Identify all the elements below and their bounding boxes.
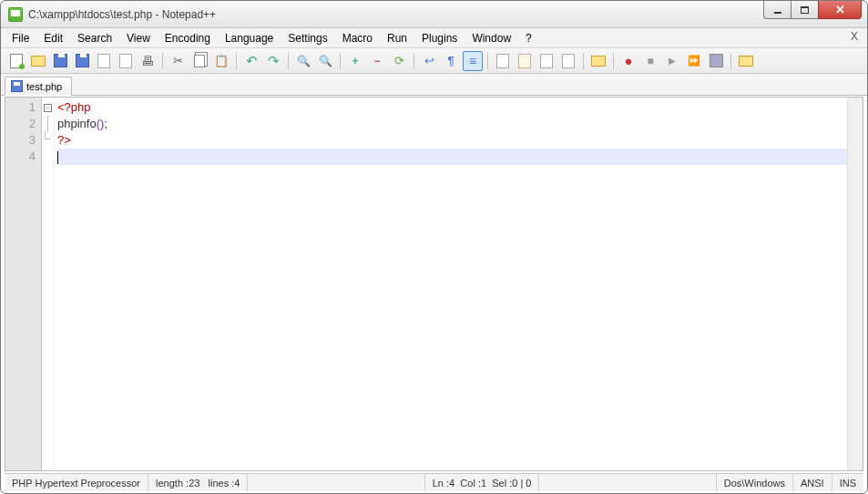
- paste-button[interactable]: [211, 51, 231, 71]
- toolbar-separator: [613, 53, 614, 69]
- line-number-gutter: 1234: [5, 98, 42, 470]
- toolbar-separator: [162, 53, 163, 69]
- cut-button[interactable]: [168, 51, 188, 71]
- indent-guide-button[interactable]: [463, 51, 483, 71]
- menu-macro[interactable]: Macro: [335, 30, 380, 46]
- status-language: PHP Hypertext Preprocessor: [5, 474, 148, 491]
- status-sel-value: 0 | 0: [512, 478, 531, 489]
- file-saved-icon: [11, 80, 23, 92]
- copy-button[interactable]: [189, 51, 209, 71]
- save-all-button[interactable]: [72, 51, 92, 71]
- menu-window[interactable]: Window: [465, 30, 518, 46]
- toolbar-separator: [340, 53, 341, 69]
- fold-marker: [42, 149, 54, 165]
- toolbar-separator: [730, 53, 731, 69]
- app-icon: [8, 7, 23, 22]
- menubar: FileEditSearchViewEncodingLanguageSettin…: [1, 28, 867, 48]
- save-macro-button[interactable]: [706, 51, 726, 71]
- line-number: 3: [5, 132, 36, 149]
- line-number: 2: [5, 116, 36, 132]
- monitoring-button[interactable]: [588, 51, 608, 71]
- window-title: C:\xampp\htdocs\test.php - Notepad++: [28, 8, 860, 21]
- fold-marker: [42, 116, 54, 132]
- status-ln-label: Ln :: [433, 478, 449, 489]
- record-macro-button[interactable]: [618, 51, 638, 71]
- menu-settings[interactable]: Settings: [281, 30, 334, 46]
- stop-macro-button[interactable]: [640, 51, 660, 71]
- status-length-label: length :: [156, 478, 189, 489]
- open-plugin-folder-button[interactable]: [736, 51, 756, 71]
- line-number: 1: [5, 99, 36, 116]
- status-length: length : 23 lines : 4: [148, 474, 248, 491]
- minimize-icon: [774, 12, 781, 14]
- run-macro-multi-button[interactable]: [684, 51, 704, 71]
- folder-workspace-button[interactable]: [558, 51, 578, 71]
- menu-file[interactable]: File: [5, 30, 36, 46]
- status-position: Ln : 4 Col : 1 Sel : 0 | 0: [425, 474, 540, 491]
- user-lang-button[interactable]: [493, 51, 513, 71]
- maximize-button[interactable]: [791, 1, 818, 19]
- code-area[interactable]: <?phpphpinfo();?>: [55, 98, 863, 470]
- new-file-button[interactable]: [6, 51, 26, 71]
- status-sel-label: Sel :: [492, 478, 512, 489]
- word-wrap-button[interactable]: [419, 51, 439, 71]
- sync-vscroll-button[interactable]: [389, 51, 409, 71]
- minimize-button[interactable]: [763, 1, 791, 19]
- close-button[interactable]: [94, 51, 114, 71]
- toolbar-separator: [414, 53, 414, 69]
- toolbar-separator: [236, 53, 237, 69]
- titlebar: C:\xampp\htdocs\test.php - Notepad++ ✕: [1, 1, 867, 28]
- zoom-in-button[interactable]: [345, 51, 365, 71]
- code-line[interactable]: ?>: [57, 132, 863, 149]
- fold-marker[interactable]: −: [42, 99, 54, 116]
- menu-search[interactable]: Search: [70, 30, 119, 46]
- status-lines-label: lines :: [209, 478, 235, 489]
- text-caret: [57, 151, 58, 164]
- status-eol: Dos\Windows: [717, 474, 793, 491]
- find-button[interactable]: [293, 51, 313, 71]
- toolbar: [1, 48, 867, 74]
- code-line[interactable]: phpinfo();: [57, 116, 863, 132]
- save-button[interactable]: [50, 51, 70, 71]
- print-button[interactable]: [138, 51, 158, 71]
- toolbar-separator: [288, 53, 289, 69]
- close-all-button[interactable]: [116, 51, 136, 71]
- undo-button[interactable]: [241, 51, 261, 71]
- menu-encoding[interactable]: Encoding: [158, 30, 218, 46]
- maximize-icon: [801, 6, 809, 14]
- line-number: 4: [5, 149, 36, 165]
- status-ln-value: 4: [449, 478, 454, 489]
- doc-map-button[interactable]: [515, 51, 535, 71]
- menu-q[interactable]: ?: [518, 30, 539, 46]
- editor[interactable]: 1234 − <?phpphpinfo();?>: [5, 97, 863, 471]
- status-insert-mode[interactable]: INS: [832, 474, 863, 491]
- redo-button[interactable]: [263, 51, 283, 71]
- menu-run[interactable]: Run: [380, 30, 414, 46]
- vertical-scrollbar[interactable]: [847, 98, 863, 470]
- tab-label: test.php: [26, 81, 62, 92]
- fold-column[interactable]: −: [42, 98, 55, 470]
- close-document-button[interactable]: X: [851, 30, 858, 43]
- zoom-out-button[interactable]: [367, 51, 387, 71]
- find-replace-button[interactable]: [315, 51, 335, 71]
- status-length-value: 23: [189, 478, 199, 489]
- close-window-button[interactable]: ✕: [818, 1, 862, 19]
- status-encoding: ANSI: [793, 474, 832, 491]
- status-lines-value: 4: [234, 478, 240, 489]
- menu-language[interactable]: Language: [218, 30, 281, 46]
- open-file-button[interactable]: [28, 51, 48, 71]
- play-macro-button[interactable]: [662, 51, 682, 71]
- toolbar-separator: [487, 53, 488, 69]
- menu-edit[interactable]: Edit: [36, 30, 70, 46]
- show-all-chars-button[interactable]: [441, 51, 461, 71]
- close-icon: ✕: [835, 3, 845, 16]
- statusbar: PHP Hypertext Preprocessor length : 23 l…: [5, 473, 863, 491]
- func-list-button[interactable]: [536, 51, 557, 71]
- toolbar-separator: [583, 53, 584, 69]
- tab-test-php[interactable]: test.php: [5, 77, 72, 96]
- code-line[interactable]: <?php: [57, 99, 863, 116]
- menu-plugins[interactable]: Plugins: [414, 30, 465, 46]
- status-col-value: 1: [481, 478, 486, 489]
- menu-view[interactable]: View: [119, 30, 158, 46]
- code-line[interactable]: [57, 149, 863, 165]
